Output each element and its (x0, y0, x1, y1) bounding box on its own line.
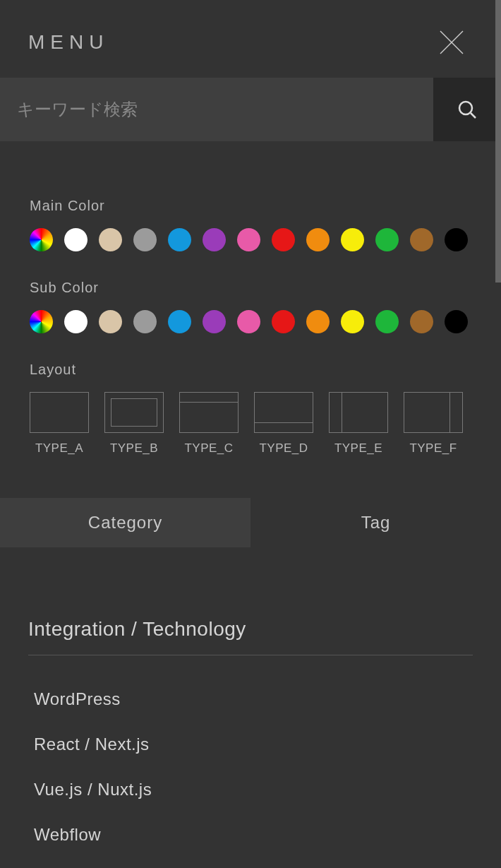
scrollbar[interactable] (495, 0, 501, 283)
layout-option-e[interactable]: TYPE_E (329, 392, 388, 456)
sub-color-swatch-brown[interactable] (410, 310, 433, 333)
main-color-swatch-orange[interactable] (306, 228, 330, 251)
layout-thumbnail-c (179, 392, 239, 433)
main-color-swatch-blue[interactable] (168, 228, 191, 251)
filters: Main Color Sub Color Layout TYPE_ATYPE_B… (0, 141, 501, 498)
svg-line-3 (471, 113, 476, 118)
main-color-swatch-purple[interactable] (203, 228, 226, 251)
main-color-swatch-black[interactable] (445, 228, 468, 251)
search-button[interactable] (433, 78, 501, 141)
main-color-swatch-brown[interactable] (410, 228, 433, 251)
search-row (0, 78, 501, 141)
tag-section: Integration / Technology WordPressReact … (0, 547, 501, 857)
tabs: Category Tag (0, 498, 501, 547)
main-color-swatch-yellow[interactable] (341, 228, 364, 251)
layout-label-c: TYPE_C (184, 441, 233, 456)
layout-option-f[interactable]: TYPE_F (404, 392, 463, 456)
tag-item[interactable]: Webflow (28, 812, 473, 857)
main-color-swatch-pink[interactable] (237, 228, 260, 251)
close-icon (439, 30, 464, 55)
search-icon (457, 100, 477, 119)
section-title: Integration / Technology (28, 618, 473, 655)
sub-color-swatch-green[interactable] (375, 310, 399, 333)
layout-thumbnail-e (329, 392, 388, 433)
header: MENU (0, 0, 501, 78)
tab-category[interactable]: Category (0, 498, 250, 547)
sub-color-swatch-pink[interactable] (237, 310, 260, 333)
layout-thumbnail-f (404, 392, 463, 433)
tag-item[interactable]: React / Next.js (28, 722, 473, 767)
layout-label-a: TYPE_A (35, 441, 83, 456)
sub-color-swatch-yellow[interactable] (341, 310, 364, 333)
layout-option-b[interactable]: TYPE_B (104, 392, 164, 456)
close-button[interactable] (437, 28, 466, 57)
layout-option-a[interactable]: TYPE_A (30, 392, 89, 456)
main-color-swatch-beige[interactable] (99, 228, 122, 251)
search-input[interactable] (0, 78, 433, 141)
layout-label: Layout (30, 362, 471, 378)
sub-color-swatch-red[interactable] (272, 310, 295, 333)
sub-color-swatches (30, 310, 471, 333)
main-color-swatch-red[interactable] (272, 228, 295, 251)
layout-label-f: TYPE_F (409, 441, 457, 456)
layout-thumbnail-b (104, 392, 164, 433)
main-color-swatch-rainbow[interactable] (30, 228, 53, 251)
main-color-swatches (30, 228, 471, 251)
svg-point-2 (459, 102, 472, 114)
sub-color-swatch-blue[interactable] (168, 310, 191, 333)
layout-label-e: TYPE_E (334, 441, 382, 456)
main-color-label: Main Color (30, 198, 471, 214)
layout-options: TYPE_ATYPE_BTYPE_CTYPE_DTYPE_ETYPE_F (30, 392, 471, 456)
layout-label-d: TYPE_D (259, 441, 308, 456)
layout-thumbnail-d (254, 392, 313, 433)
layout-option-d[interactable]: TYPE_D (254, 392, 313, 456)
menu-title: MENU (28, 31, 109, 54)
sub-color-swatch-orange[interactable] (306, 310, 330, 333)
tag-list: WordPressReact / Next.jsVue.js / Nuxt.js… (28, 655, 473, 857)
layout-thumbnail-a (30, 392, 89, 433)
layout-option-c[interactable]: TYPE_C (179, 392, 239, 456)
sub-color-swatch-gray[interactable] (133, 310, 157, 333)
main-color-swatch-green[interactable] (375, 228, 399, 251)
sub-color-swatch-purple[interactable] (203, 310, 226, 333)
layout-label-b: TYPE_B (110, 441, 158, 456)
sub-color-swatch-white[interactable] (64, 310, 87, 333)
tab-tag[interactable]: Tag (250, 498, 501, 547)
sub-color-label: Sub Color (30, 280, 471, 296)
tag-item[interactable]: Vue.js / Nuxt.js (28, 767, 473, 812)
main-color-swatch-white[interactable] (64, 228, 87, 251)
sub-color-swatch-rainbow[interactable] (30, 310, 53, 333)
main-color-swatch-gray[interactable] (133, 228, 157, 251)
sub-color-swatch-beige[interactable] (99, 310, 122, 333)
sub-color-swatch-black[interactable] (445, 310, 468, 333)
tag-item[interactable]: WordPress (28, 677, 473, 722)
